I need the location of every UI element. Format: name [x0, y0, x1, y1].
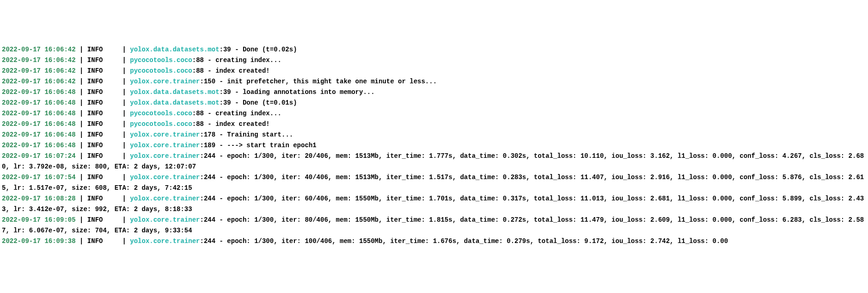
- log-separator: |: [118, 174, 130, 181]
- log-level: INFO: [87, 237, 118, 245]
- log-separator: |: [118, 88, 130, 96]
- log-line-number: 39: [223, 99, 231, 106]
- log-separator: |: [76, 46, 87, 53]
- log-colon: :: [220, 88, 223, 96]
- log-separator: |: [118, 216, 130, 224]
- log-separator: |: [76, 174, 87, 181]
- log-separator: |: [76, 131, 87, 138]
- log-module: yolox.core.trainer: [130, 152, 200, 160]
- log-message: - index created!: [204, 67, 270, 75]
- log-separator: |: [118, 195, 130, 202]
- log-level: INFO: [87, 99, 118, 106]
- log-separator: |: [76, 67, 87, 75]
- log-line-number: 178: [204, 131, 215, 138]
- log-module: yolox.data.datasets.mot: [130, 99, 219, 106]
- log-colon: :: [200, 195, 204, 202]
- log-module: pycocotools.coco: [130, 56, 192, 64]
- log-module: yolox.data.datasets.mot: [130, 88, 219, 96]
- log-colon: :: [192, 120, 196, 128]
- log-message: - Done (t=0.01s): [231, 99, 297, 106]
- log-timestamp: 2022-09-17 16:06:42: [2, 46, 76, 53]
- log-line-number: 150: [204, 78, 215, 85]
- log-separator: |: [118, 46, 130, 53]
- log-message: - index created!: [204, 120, 270, 128]
- log-separator: |: [118, 67, 130, 75]
- log-module: yolox.core.trainer: [130, 131, 200, 138]
- log-timestamp: 2022-09-17 16:09:38: [2, 237, 76, 245]
- log-timestamp: 2022-09-17 16:09:05: [2, 216, 76, 224]
- log-output: 2022-09-17 16:06:42 | INFO | yolox.data.…: [2, 44, 866, 247]
- log-level: INFO: [87, 56, 118, 64]
- log-module: yolox.core.trainer: [130, 174, 200, 181]
- log-timestamp: 2022-09-17 16:06:42: [2, 67, 76, 75]
- log-message: - creating index...: [204, 56, 281, 64]
- log-separator: |: [118, 99, 130, 106]
- log-message: - loading annotations into memory...: [231, 88, 375, 96]
- log-timestamp: 2022-09-17 16:08:28: [2, 195, 76, 202]
- log-timestamp: 2022-09-17 16:07:54: [2, 174, 76, 181]
- log-module: pycocotools.coco: [130, 110, 192, 117]
- log-colon: :: [192, 110, 196, 117]
- log-colon: :: [200, 131, 204, 138]
- log-module: yolox.core.trainer: [130, 142, 200, 149]
- log-line-number: 39: [223, 88, 231, 96]
- log-line-number: 189: [204, 142, 215, 149]
- log-separator: |: [76, 88, 87, 96]
- log-colon: :: [200, 237, 204, 245]
- log-message: - ---> start train epoch1: [215, 142, 316, 149]
- log-level: INFO: [87, 131, 118, 138]
- log-level: INFO: [87, 142, 118, 149]
- log-colon: :: [200, 152, 204, 160]
- log-level: INFO: [87, 216, 118, 224]
- log-separator: |: [76, 152, 87, 160]
- log-separator: |: [118, 142, 130, 149]
- log-separator: |: [118, 120, 130, 128]
- log-module: yolox.core.trainer: [130, 216, 200, 224]
- log-line-number: 244: [204, 174, 215, 181]
- log-separator: |: [118, 237, 130, 245]
- log-timestamp: 2022-09-17 16:06:42: [2, 56, 76, 64]
- log-separator: |: [76, 120, 87, 128]
- log-module: yolox.core.trainer: [130, 195, 200, 202]
- log-message: - creating index...: [204, 110, 281, 117]
- log-separator: |: [76, 142, 87, 149]
- log-line-number: 88: [196, 110, 204, 117]
- log-line-number: 88: [196, 56, 204, 64]
- log-timestamp: 2022-09-17 16:06:42: [2, 78, 76, 85]
- log-separator: |: [76, 237, 87, 245]
- log-message: - epoch: 1/300, iter: 100/406, mem: 1550…: [215, 237, 728, 245]
- log-separator: |: [118, 78, 130, 85]
- log-module: yolox.core.trainer: [130, 237, 200, 245]
- log-line-number: 88: [196, 120, 204, 128]
- log-colon: :: [192, 67, 196, 75]
- log-separator: |: [76, 78, 87, 85]
- log-module: yolox.core.trainer: [130, 78, 200, 85]
- log-separator: |: [76, 99, 87, 106]
- log-level: INFO: [87, 110, 118, 117]
- log-colon: :: [200, 78, 204, 85]
- log-level: INFO: [87, 120, 118, 128]
- log-module: pycocotools.coco: [130, 120, 192, 128]
- log-line-number: 39: [223, 46, 231, 53]
- log-level: INFO: [87, 46, 118, 53]
- log-separator: |: [76, 195, 87, 202]
- log-timestamp: 2022-09-17 16:06:48: [2, 110, 76, 117]
- log-separator: |: [118, 110, 130, 117]
- log-colon: :: [200, 216, 204, 224]
- log-module: yolox.data.datasets.mot: [130, 46, 219, 53]
- log-line-number: 244: [204, 152, 215, 160]
- log-separator: |: [118, 56, 130, 64]
- log-colon: :: [192, 56, 196, 64]
- log-separator: |: [118, 131, 130, 138]
- log-line-number: 244: [204, 195, 215, 202]
- log-colon: :: [220, 46, 223, 53]
- log-level: INFO: [87, 67, 118, 75]
- log-level: INFO: [87, 152, 118, 160]
- log-colon: :: [200, 174, 204, 181]
- log-line-number: 244: [204, 216, 215, 224]
- log-level: INFO: [87, 195, 118, 202]
- log-message: - init prefetcher, this might take one m…: [215, 78, 437, 85]
- log-message: - Training start...: [215, 131, 293, 138]
- log-timestamp: 2022-09-17 16:07:24: [2, 152, 76, 160]
- log-colon: :: [220, 99, 223, 106]
